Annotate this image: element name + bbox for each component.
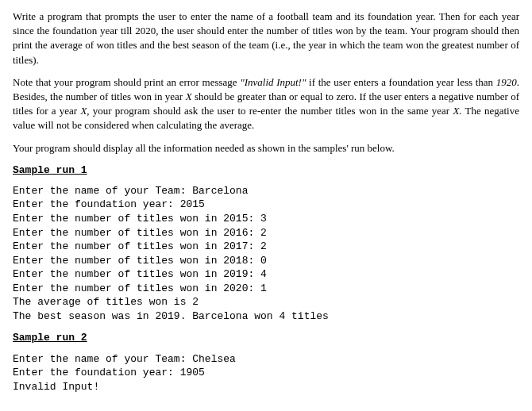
problem-paragraph-3: Your program should display all the info… [13, 141, 519, 156]
p2-middle4: , your program should ask the user to re… [87, 105, 453, 117]
sample-run-1-output: Enter the name of your Team: Barcelona E… [13, 184, 519, 323]
p2-quoted-error: "Invalid Input!" [240, 76, 306, 88]
p2-middle1: if the user enters a foundation year les… [306, 76, 495, 88]
sample-run-2-heading: Sample run 2 [13, 331, 519, 345]
p2-prefix: Note that your program should print an e… [13, 76, 240, 88]
sample-run-1-heading: Sample run 1 [13, 163, 519, 178]
p2-var-x1: X [186, 90, 192, 102]
problem-paragraph-1: Write a program that prompts the user to… [13, 10, 519, 67]
sample-run-2-output: Enter the name of your Team: Chelsea Ent… [13, 352, 519, 394]
problem-paragraph-2: Note that your program should print an e… [13, 75, 519, 133]
p2-year-1920: 1920 [496, 76, 517, 88]
